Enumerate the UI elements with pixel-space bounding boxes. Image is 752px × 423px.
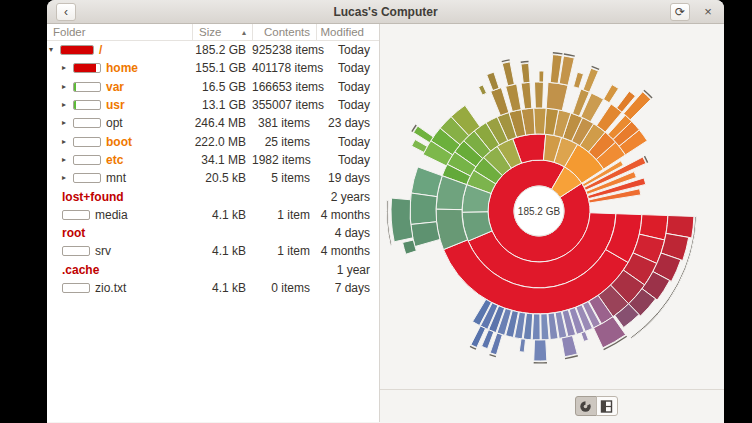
ring-segment[interactable] — [502, 62, 514, 86]
ring-segment[interactable] — [534, 108, 547, 134]
table-row[interactable]: media4.1 kB1 item4 months — [47, 206, 379, 224]
ring-segment[interactable] — [532, 314, 540, 340]
folder-cell: ▸opt — [47, 116, 192, 130]
expander-right-icon[interactable]: ▸ — [62, 174, 73, 182]
column-headers: Folder Size ▴ Contents Modified — [47, 24, 379, 41]
window-title: Lucas's Computer — [47, 5, 724, 19]
modified-cell: Today — [316, 135, 370, 149]
modified-cell: 2 years — [316, 190, 370, 204]
folder-name: zio.txt — [95, 281, 126, 295]
column-header-size[interactable]: Size ▴ — [192, 24, 252, 40]
ring-segment[interactable] — [412, 140, 428, 153]
column-header-folder[interactable]: Folder — [47, 24, 192, 40]
ring-segment[interactable] — [521, 63, 530, 83]
table-row[interactable]: zio.txt4.1 kB0 items7 days — [47, 279, 379, 297]
ring-segment[interactable] — [487, 72, 499, 90]
expander-right-icon[interactable]: ▸ — [62, 138, 73, 146]
folder-name: opt — [106, 116, 123, 130]
expander-down-icon[interactable]: ▾ — [49, 46, 60, 54]
table-row[interactable]: ▸opt246.4 MB381 items23 days — [47, 114, 379, 132]
size-cell: 185.2 GB — [192, 43, 252, 57]
column-header-modified[interactable]: Modified — [316, 24, 370, 40]
modified-cell: Today — [316, 43, 370, 57]
size-cell: 4.1 kB — [192, 208, 252, 222]
column-header-contents[interactable]: Contents — [252, 24, 316, 40]
table-row[interactable]: ▸home155.1 GB401178 itemsToday — [47, 59, 379, 77]
table-row[interactable]: ▸var16.5 GB166653 itemsToday — [47, 78, 379, 96]
folder-cell: root — [47, 226, 192, 240]
table-row[interactable]: lost+found2 years — [47, 187, 379, 205]
segment-cap — [553, 52, 563, 55]
table-row[interactable]: ▸boot222.0 MB25 itemsToday — [47, 132, 379, 150]
ring-segment[interactable] — [411, 167, 442, 197]
chart-pane: 185.2 GB — [380, 24, 724, 422]
ring-segment[interactable] — [546, 82, 568, 110]
size-cell: 222.0 MB — [192, 135, 252, 149]
rings-chart[interactable]: 185.2 GB — [380, 24, 724, 390]
expander-right-icon[interactable]: ▸ — [62, 83, 73, 91]
ring-segment[interactable] — [479, 85, 487, 95]
folder-name: .cache — [62, 263, 99, 277]
modified-cell: Today — [316, 61, 370, 75]
ring-segment[interactable] — [534, 340, 547, 361]
ring-segment[interactable] — [391, 198, 413, 242]
table-row[interactable]: ▸usr13.1 GB355007 itemsToday — [47, 96, 379, 114]
treemap-chart-icon — [600, 400, 613, 413]
back-button[interactable]: ‹ — [56, 3, 76, 21]
size-cell: 246.4 MB — [192, 116, 252, 130]
table-row[interactable]: ▸mnt20.5 kB5 items19 days — [47, 169, 379, 187]
modified-cell: 4 months — [316, 208, 370, 222]
modified-cell: 1 year — [316, 263, 370, 277]
ring-segment[interactable] — [410, 193, 437, 224]
ring-segment[interactable] — [491, 88, 509, 116]
contents-cell: 166653 items — [252, 80, 316, 94]
folder-cell: zio.txt — [47, 281, 192, 295]
segment-cap — [534, 362, 547, 364]
modified-cell: 23 days — [316, 116, 370, 130]
folder-cell: srv — [47, 244, 192, 258]
table-row[interactable]: ▾/185.2 GB925238 itemsToday — [47, 41, 379, 59]
ring-segment[interactable] — [521, 82, 532, 109]
ring-segment[interactable] — [583, 68, 598, 92]
ring-segment[interactable] — [411, 222, 440, 247]
contents-cell: 401178 items — [252, 61, 316, 75]
size-cell: 4.1 kB — [192, 244, 252, 258]
expander-right-icon[interactable]: ▸ — [62, 119, 73, 127]
folder-cell: ▸mnt — [47, 171, 192, 185]
ring-segment[interactable] — [506, 84, 522, 112]
table-row[interactable]: srv4.1 kB1 item4 months — [47, 242, 379, 260]
usage-bar — [73, 137, 101, 147]
table-row[interactable]: root4 days — [47, 224, 379, 242]
ring-segment[interactable] — [534, 82, 543, 108]
expander-right-icon[interactable]: ▸ — [62, 101, 73, 109]
modified-cell: Today — [316, 80, 370, 94]
ring-segment[interactable] — [581, 331, 588, 341]
close-icon: × — [704, 4, 712, 19]
close-button[interactable]: × — [701, 5, 715, 18]
contents-cell: 5 items — [252, 171, 316, 185]
treemap-chart-toggle[interactable] — [596, 396, 618, 416]
folder-cell: ▸usr — [47, 98, 192, 112]
folder-name: lost+found — [62, 190, 124, 204]
table-row[interactable]: ▸etc34.1 MB1982 itemsToday — [47, 151, 379, 169]
ring-segment[interactable] — [561, 336, 577, 357]
folder-cell: lost+found — [47, 190, 192, 204]
folder-cell: ▸var — [47, 80, 192, 94]
modified-cell: Today — [316, 153, 370, 167]
contents-cell: 1982 items — [252, 153, 316, 167]
ring-segment[interactable] — [519, 339, 525, 352]
modified-cell: 7 days — [316, 281, 370, 295]
back-icon: ‹ — [64, 6, 68, 18]
folder-cell: ▸etc — [47, 153, 192, 167]
ring-segment[interactable] — [403, 240, 417, 254]
ring-segment[interactable] — [604, 85, 619, 103]
expander-right-icon[interactable]: ▸ — [62, 156, 73, 164]
rescan-button[interactable]: ⟳ — [670, 3, 690, 21]
expander-right-icon[interactable]: ▸ — [62, 64, 73, 72]
folder-cell: ▸boot — [47, 135, 192, 149]
ring-segment[interactable] — [573, 72, 583, 88]
rings-chart-toggle[interactable] — [575, 396, 597, 416]
contents-cell: 355007 items — [252, 98, 316, 112]
table-row[interactable]: .cache1 year — [47, 261, 379, 279]
ring-segment[interactable] — [539, 71, 544, 82]
